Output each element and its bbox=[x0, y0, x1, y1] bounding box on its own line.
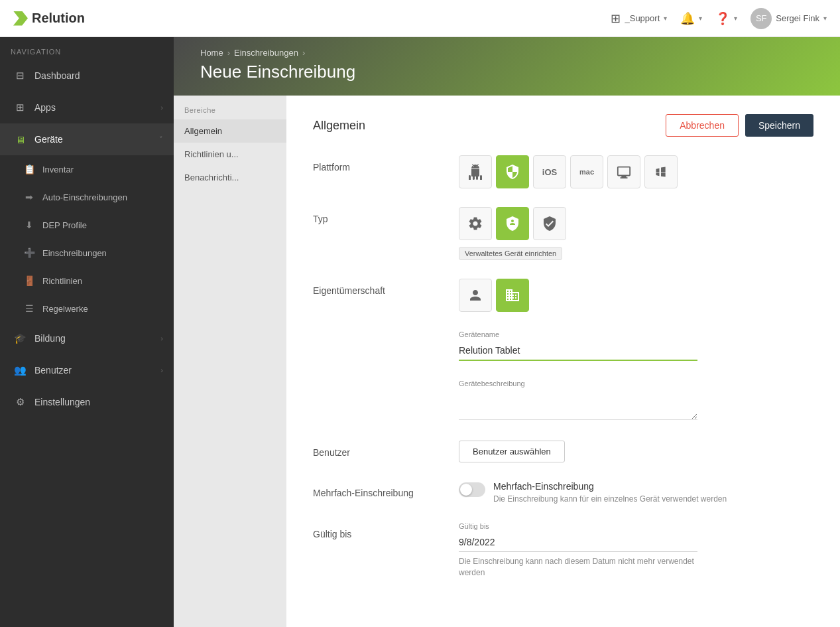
grid-icon: ⊞ bbox=[611, 11, 621, 26]
platform-android[interactable] bbox=[459, 155, 492, 188]
left-panel-item-benachrichti[interactable]: Benachrichti... bbox=[174, 166, 286, 189]
sidebar-item-bildung[interactable]: 🎓 Bildung › bbox=[0, 322, 174, 354]
sidebar-subitem-einschreibungen[interactable]: ➕ Einschreibungen bbox=[0, 239, 174, 267]
platform-group: iOS mac bbox=[459, 155, 813, 188]
help-chevron-icon: ▾ bbox=[734, 15, 737, 22]
benutzer-row-label: Benutzer bbox=[313, 441, 446, 458]
plattform-row: Plattform iOS mac bbox=[313, 155, 813, 188]
sidebar-subitem-label-auto-einschreibungen: Auto-Einschreibungen bbox=[42, 192, 127, 202]
sidebar-subitem-label-inventar: Inventar bbox=[42, 165, 74, 174]
geraetename-input[interactable] bbox=[459, 341, 697, 361]
form-header: Allgemein Abbrechen Speichern bbox=[313, 114, 813, 137]
toggle-label-group: Mehrfach-Einschreibung Die Einschreibung… bbox=[493, 481, 727, 504]
sidebar-item-label-dashboard: Dashboard bbox=[34, 70, 80, 81]
owner-group bbox=[459, 279, 813, 312]
sidebar-item-label-bildung: Bildung bbox=[34, 333, 66, 344]
mehrfach-row: Mehrfach-Einschreibung Mehrfach-Einschre… bbox=[313, 481, 813, 504]
user-menu[interactable]: SF Sergei Fink ▾ bbox=[750, 8, 827, 29]
platform-appletv[interactable] bbox=[607, 155, 640, 188]
sidebar-subitem-label-richtlinien: Richtlinien bbox=[42, 276, 82, 286]
bildung-chevron-icon: › bbox=[160, 334, 163, 342]
mehrfach-row-label: Mehrfach-Einschreibung bbox=[313, 481, 446, 498]
einstellungen-icon: ⚙ bbox=[11, 393, 29, 411]
sidebar-subitem-label-regelwerke: Regelwerke bbox=[42, 304, 88, 314]
geraetebeschreibung-textarea[interactable] bbox=[459, 390, 697, 420]
mehrfach-toggle[interactable] bbox=[459, 482, 485, 497]
bildung-icon: 🎓 bbox=[11, 329, 29, 348]
typ-btn-shield-person[interactable] bbox=[496, 207, 529, 240]
notification-menu[interactable]: 🔔 ▾ bbox=[680, 11, 702, 26]
header-band: Home › Einschreibungen › Neue Einschreib… bbox=[174, 37, 840, 96]
typ-label: Typ bbox=[313, 207, 446, 224]
eigentuemerschaft-label: Eigentümerschaft bbox=[313, 279, 446, 296]
benutzer-auswahlen-button[interactable]: Benutzer auswählen bbox=[459, 441, 565, 462]
page-title: Neue Einschreibung bbox=[200, 62, 813, 82]
user-label: Sergei Fink bbox=[776, 13, 819, 23]
platform-android-work[interactable] bbox=[496, 155, 529, 188]
toggle-knob bbox=[460, 484, 472, 496]
geraetebeschreibung-row: Gerätebeschreibung bbox=[313, 380, 813, 422]
sidebar-subitem-label-einschreibungen: Einschreibungen bbox=[42, 248, 107, 258]
help-icon: ❓ bbox=[715, 11, 730, 26]
platform-ios[interactable]: iOS bbox=[533, 155, 566, 188]
user-chevron-icon: ▾ bbox=[823, 15, 827, 22]
sidebar-item-geraete[interactable]: 🖥 Geräte ˅ bbox=[0, 123, 174, 155]
platform-windows[interactable] bbox=[644, 155, 678, 188]
sidebar-subitem-richtlinien[interactable]: 🚪 Richtlinien bbox=[0, 267, 174, 295]
owner-btn-building[interactable] bbox=[496, 279, 529, 312]
logo-text: Relution bbox=[32, 11, 85, 26]
sidebar-item-dashboard[interactable]: ⊟ Dashboard bbox=[0, 60, 174, 92]
plattform-label: Plattform bbox=[313, 155, 446, 173]
benutzer-chevron-icon: › bbox=[160, 366, 163, 374]
geraetebeschreibung-row-label bbox=[313, 380, 446, 386]
sidebar-item-einstellungen[interactable]: ⚙ Einstellungen bbox=[0, 386, 174, 418]
toggle-row: Mehrfach-Einschreibung Die Einschreibung… bbox=[459, 481, 813, 504]
sidebar-subitem-dep-profile[interactable]: ⬇ DEP Profile bbox=[0, 211, 174, 239]
mehrfach-toggle-label: Mehrfach-Einschreibung bbox=[493, 481, 727, 492]
geraetename-label: Gerätename bbox=[459, 330, 697, 338]
form-actions: Abbrechen Speichern bbox=[666, 114, 813, 137]
sidebar-item-label-geraete: Geräte bbox=[34, 134, 63, 145]
form-panel: Allgemein Abbrechen Speichern Plattform bbox=[286, 96, 840, 627]
owner-btn-person[interactable] bbox=[459, 279, 492, 312]
left-panel-item-richtlinien[interactable]: Richtlinien u... bbox=[174, 143, 286, 166]
einschreibungen-icon: ➕ bbox=[21, 245, 37, 261]
platform-mac[interactable]: mac bbox=[570, 155, 603, 188]
support-menu[interactable]: ⊞ _Support ▾ bbox=[611, 11, 667, 26]
save-button[interactable]: Speichern bbox=[745, 114, 813, 137]
topnav: Relution ⊞ _Support ▾ 🔔 ▾ ❓ ▾ SF Sergei … bbox=[0, 0, 840, 37]
gueltig-bis-value[interactable]: 9/8/2022 bbox=[459, 533, 697, 552]
notification-chevron-icon: ▾ bbox=[699, 15, 702, 22]
breadcrumb-home[interactable]: Home bbox=[200, 48, 223, 58]
sidebar-item-benutzer[interactable]: 👥 Benutzer › bbox=[0, 354, 174, 386]
gueltig-row-label: Gültig bis bbox=[313, 522, 446, 539]
help-menu[interactable]: ❓ ▾ bbox=[715, 11, 737, 26]
sidebar-subitem-regelwerke[interactable]: ☰ Regelwerke bbox=[0, 295, 174, 322]
sidebar-item-apps[interactable]: ⊞ Apps › bbox=[0, 92, 174, 123]
typ-btn-shield-check[interactable] bbox=[533, 207, 566, 240]
main-layout: NAVIGATION ⊟ Dashboard ⊞ Apps › 🖥 Geräte… bbox=[0, 37, 840, 627]
support-label: _Support bbox=[625, 13, 660, 23]
left-panel-item-allgemein[interactable]: Allgemein bbox=[174, 119, 286, 143]
logo: Relution bbox=[13, 11, 611, 26]
logo-icon bbox=[13, 11, 28, 26]
richtlinien-icon: 🚪 bbox=[21, 273, 37, 289]
gueltig-row: Gültig bis Gültig bis 9/8/2022 Die Einsc… bbox=[313, 522, 813, 579]
typ-btn-gear[interactable] bbox=[459, 207, 492, 240]
breadcrumb-einschreibungen[interactable]: Einschreibungen bbox=[234, 48, 298, 58]
dashboard-icon: ⊟ bbox=[11, 66, 29, 85]
geraetename-row: Gerätename bbox=[313, 330, 813, 361]
plattform-content: iOS mac bbox=[459, 155, 813, 188]
benutzer-content: Benutzer auswählen bbox=[459, 441, 813, 462]
benutzer-nav-icon: 👥 bbox=[11, 361, 29, 380]
mehrfach-content: Mehrfach-Einschreibung Die Einschreibung… bbox=[459, 481, 813, 504]
date-input-group: Gültig bis 9/8/2022 Die Einschreibung ka… bbox=[459, 522, 697, 579]
sidebar-item-label-benutzer: Benutzer bbox=[34, 365, 72, 376]
typ-row: Typ bbox=[313, 207, 813, 260]
typ-content: Verwaltetes Gerät einrichten bbox=[459, 207, 813, 260]
sidebar-subitem-inventar[interactable]: 📋 Inventar bbox=[0, 155, 174, 183]
panel-row: Bereiche Allgemein Richtlinien u... Bena… bbox=[174, 96, 840, 627]
geraetebeschreibung-input-group: Gerätebeschreibung bbox=[459, 380, 697, 422]
cancel-button[interactable]: Abbrechen bbox=[666, 114, 739, 137]
sidebar-subitem-auto-einschreibungen[interactable]: ➡ Auto-Einschreibungen bbox=[0, 183, 174, 211]
